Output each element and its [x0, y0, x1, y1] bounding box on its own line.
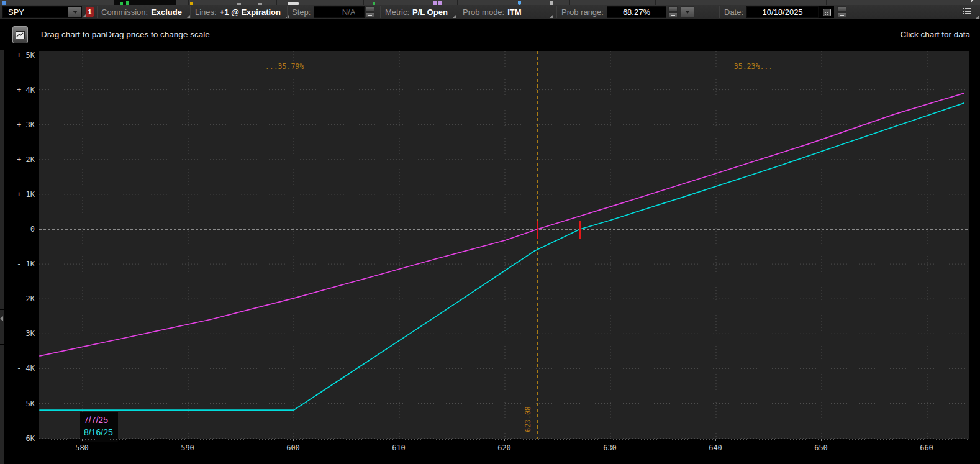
y-tick-label: - 2K — [17, 294, 35, 303]
prob-range-upper-label: 35.23%... — [734, 62, 773, 71]
y-tick-label: + 1K — [17, 190, 35, 199]
price-pl-axis[interactable]: + 5K+ 4K+ 3K+ 2K+ 1K0- 1K- 2K- 3K- 4K- 5… — [0, 50, 36, 464]
decrement-button[interactable] — [365, 12, 374, 18]
symbol-combobox[interactable]: SPY — [2, 6, 82, 18]
prob-mode-value: ITM — [507, 7, 521, 17]
x-tick-label: 660 — [920, 444, 933, 452]
y-tick-label: + 2K — [17, 155, 35, 164]
hint-scale: Drag prices to change scale — [106, 30, 209, 39]
divider — [458, 6, 458, 18]
commission-menu[interactable]: Commission: Exclude — [101, 5, 190, 19]
metric-value: P/L Open — [412, 7, 448, 17]
risk-profile-canvas — [39, 51, 969, 439]
step-spinner — [365, 6, 374, 18]
clipped-blue-drop-icon — [518, 1, 521, 5]
legend-item: 7/7/25 — [84, 414, 113, 426]
divider — [719, 6, 720, 18]
hint-pan: Drag chart to pan — [41, 30, 106, 39]
step-control: Step: — [292, 5, 374, 19]
prob-range-input[interactable] — [607, 6, 666, 18]
divider — [287, 6, 288, 18]
divider — [826, 0, 827, 5]
date-input[interactable] — [746, 6, 819, 18]
y-tick-label: - 3K — [17, 329, 35, 338]
risk-profile-plot[interactable]: ...35.79% 35.23%... 623.08 7/7/258/16/25 — [39, 51, 969, 439]
commission-label: Commission: — [101, 7, 148, 17]
menu-list-icon[interactable] — [963, 8, 971, 14]
commission-value: Exclude — [151, 7, 182, 17]
y-tick-label: + 5K — [17, 51, 35, 60]
price-axis[interactable]: 580590600610620630640650660 — [0, 439, 980, 464]
divider — [190, 6, 191, 18]
divider — [363, 0, 364, 5]
divider — [457, 0, 458, 5]
dropdown-fold-icon — [976, 16, 979, 19]
date-label: Date: — [724, 7, 743, 17]
prob-range-spinner — [668, 6, 678, 18]
calendar-button[interactable] — [819, 6, 834, 18]
x-tick-label: 640 — [709, 444, 722, 452]
prob-range-label: Prob range: — [561, 7, 604, 17]
prob-mode-label: Prob mode: — [463, 7, 504, 17]
divider — [188, 0, 189, 5]
metric-label: Metric: — [385, 7, 409, 17]
image-chart-icon — [16, 31, 25, 39]
chevron-down-icon — [73, 11, 78, 14]
price-marker-label: 623.08 — [524, 406, 532, 432]
x-tickmark — [927, 439, 927, 441]
x-tick-label: 590 — [181, 444, 194, 452]
prob-range-dropdown-button[interactable] — [681, 6, 694, 18]
legend: 7/7/258/16/25 — [80, 412, 118, 442]
divider — [556, 6, 557, 18]
prob-range-control: Prob range: — [561, 5, 694, 19]
step-label: Step: — [292, 7, 311, 17]
legend-item: 8/16/25 — [84, 426, 113, 439]
x-tick-label: 630 — [603, 444, 617, 452]
pl-curve-8-16-25[interactable] — [39, 103, 964, 410]
clipped-blue-icon — [2, 1, 6, 5]
calendar-icon — [823, 9, 831, 16]
increment-button[interactable] — [668, 6, 678, 12]
lines-menu[interactable]: Lines: +1 @ Expiration — [195, 5, 289, 19]
increment-button[interactable] — [365, 6, 374, 12]
x-tick-label: 580 — [75, 444, 89, 452]
chart-region: + 5K+ 4K+ 3K+ 2K+ 1K0- 1K- 2K- 3K- 4K- 5… — [0, 50, 980, 464]
divider — [655, 0, 656, 5]
divider — [380, 6, 381, 18]
metric-menu[interactable]: Metric: P/L Open — [385, 5, 456, 19]
y-tick-label: + 4K — [17, 86, 35, 94]
y-tick-label: 0 — [30, 225, 35, 234]
x-tick-label: 620 — [497, 444, 511, 452]
pl-curve-7-7-25[interactable] — [39, 93, 964, 356]
prob-mode-menu[interactable]: Prob mode: ITM — [463, 5, 553, 19]
y-tick-label: + 3K — [17, 121, 35, 129]
chart-style-button[interactable] — [12, 26, 28, 43]
y-tick-label: - 1K — [17, 260, 35, 268]
x-tick-label: 610 — [392, 444, 406, 452]
step-input[interactable] — [314, 6, 365, 18]
clipped-fold-icon — [971, 0, 976, 2]
x-tickmark — [188, 439, 188, 441]
y-tick-label: - 5K — [17, 399, 35, 408]
increment-button[interactable] — [837, 6, 846, 12]
alert-badge[interactable]: 1 — [86, 7, 94, 17]
analyze-risk-profile-view: SPY 1 Commission: Exclude Lines: +1 @ Ex… — [0, 0, 980, 464]
prob-range-lower-label: ...35.79% — [265, 62, 304, 71]
lines-value: +1 @ Expiration — [220, 7, 281, 17]
x-tickmark — [504, 439, 505, 441]
decrement-button[interactable] — [668, 12, 678, 18]
chart-header: Drag chart to panDrag prices to change s… — [0, 20, 980, 50]
symbol-dropdown-button[interactable] — [68, 7, 81, 17]
x-tickmark — [82, 439, 83, 441]
x-tick-label: 600 — [286, 444, 300, 452]
x-tickmark — [610, 439, 610, 441]
symbol-value: SPY — [3, 7, 68, 17]
decrement-button[interactable] — [837, 12, 846, 18]
y-tick-label: - 4K — [17, 364, 35, 373]
dropdown-fold-icon — [453, 15, 456, 18]
dropdown-fold-icon — [550, 15, 553, 18]
settings-toolbar: SPY 1 Commission: Exclude Lines: +1 @ Ex… — [0, 5, 980, 20]
divider — [106, 0, 106, 5]
x-tickmark — [715, 439, 716, 441]
x-tick-label: 650 — [814, 444, 828, 452]
